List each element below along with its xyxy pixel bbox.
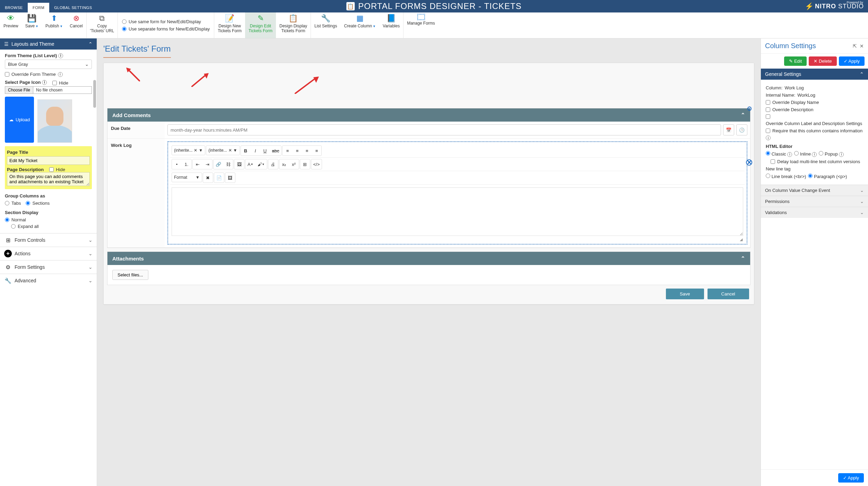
preview-button[interactable]: 👁 Preview (0, 12, 22, 38)
footer-apply-button[interactable]: ✓ Apply (838, 473, 864, 483)
edit-button[interactable]: ✎ Edit (784, 56, 807, 66)
gear-icon[interactable]: ⚙ (747, 105, 752, 113)
separate-form-radio[interactable]: Use separate forms for New/Edit/Display (122, 26, 210, 32)
tab-browse[interactable]: BROWSE (0, 3, 28, 12)
design-new-button[interactable]: 📝 Design NewTickets Form (214, 12, 245, 38)
resize-handle[interactable]: ◢ (170, 237, 745, 242)
cancel-button[interactable]: ⊗ Cancel (66, 12, 86, 38)
indent-button[interactable]: ⇥ (202, 159, 212, 169)
actions-accordion[interactable]: +Actions⌄ (0, 247, 97, 260)
normal-radio[interactable]: Normal (5, 217, 92, 223)
form-settings-accordion[interactable]: ⚙Form Settings⌄ (0, 260, 97, 274)
linebreak-radio[interactable]: Line break (<br>) (766, 174, 806, 179)
design-display-button[interactable]: 📋 Design DisplayTickets Form (276, 12, 311, 38)
strikethrough-button[interactable]: abc (270, 146, 281, 156)
advanced-accordion[interactable]: 🔧Advanced⌄ (0, 274, 97, 287)
info-icon[interactable]: i (58, 53, 63, 58)
page-title-input[interactable] (7, 156, 90, 165)
design-edit-button[interactable]: ✎ Design EditTickets Form (245, 12, 276, 38)
remove-icon[interactable]: ✕ (746, 159, 752, 166)
info-icon[interactable]: i (766, 135, 771, 140)
same-form-radio[interactable]: Use same form for New/Edit/Display (122, 18, 201, 25)
outdent-button[interactable]: ⇤ (193, 159, 202, 169)
popup-radio[interactable]: Popup i (819, 151, 844, 157)
inline-radio[interactable]: Inline i (794, 151, 817, 157)
publish-button[interactable]: ⬆ Publish▼ (42, 12, 66, 38)
form-theme-select[interactable]: Blue Gray⌄ (5, 60, 92, 69)
select-files-button[interactable]: Select files... (112, 270, 148, 280)
form-controls-accordion[interactable]: ⊞Form Controls⌄ (0, 233, 97, 247)
copy-url-button[interactable]: ⧉ Copy'Tickets' URL (87, 12, 118, 38)
upload-button[interactable]: ☁Upload (5, 97, 34, 143)
classic-radio[interactable]: Classic i (766, 151, 792, 157)
info-icon[interactable]: i (787, 152, 792, 157)
form-cancel-button[interactable]: Cancel (708, 289, 749, 299)
unlink-button[interactable]: ⛓ (223, 159, 233, 169)
list-settings-button[interactable]: 🔧 List Settings (311, 12, 340, 38)
save-button[interactable]: 💾 Save▼ (22, 12, 42, 38)
font-family-dropdown[interactable]: (inherite...✕▼ (172, 145, 205, 155)
print-button[interactable]: 🖨 (268, 159, 278, 169)
file-button[interactable]: 📄 (214, 173, 224, 183)
link-button[interactable]: 🔗 (214, 159, 223, 169)
underline-button[interactable]: U (260, 146, 270, 156)
popout-icon[interactable]: ⇱ (853, 43, 857, 49)
paragraph-radio[interactable]: Paragraph (<p>) (808, 174, 847, 179)
layouts-theme-header[interactable]: ☰ Layouts and Theme ⌃ (0, 38, 97, 50)
insert-image-button[interactable]: 🖼 (225, 173, 235, 183)
table-button[interactable]: ⊞ (300, 159, 310, 169)
image-button[interactable]: 🖼 (234, 159, 244, 169)
align-center-button[interactable]: ≡ (292, 146, 302, 156)
override-desc-checkbox[interactable]: Override Description (766, 107, 863, 112)
info-icon[interactable]: i (812, 152, 817, 157)
tabs-radio[interactable]: Tabs (5, 200, 21, 206)
info-icon[interactable]: i (42, 80, 47, 85)
add-comments-header[interactable]: Add Comments ⌃ (107, 108, 750, 122)
source-button[interactable]: </> (311, 159, 322, 169)
tab-form[interactable]: FORM (28, 3, 49, 12)
override-display-checkbox[interactable]: Override Display Name (766, 100, 863, 105)
due-date-input[interactable] (167, 124, 721, 135)
bg-color-button[interactable]: 🖌▼ (255, 159, 267, 169)
calendar-icon[interactable]: 📅 (723, 124, 734, 135)
tab-global-settings[interactable]: GLOBAL SETTINGS (49, 3, 97, 12)
italic-button[interactable]: I (251, 146, 260, 156)
unordered-list-button[interactable]: • (172, 159, 182, 169)
manage-forms-button[interactable]: Manage Forms (403, 12, 439, 38)
form-save-button[interactable]: Save (666, 289, 704, 299)
general-settings-header[interactable]: General Settings ⌃ (761, 69, 868, 80)
subscript-button[interactable]: x₂ (279, 159, 289, 169)
require-info-checkbox[interactable]: Require that this column contains inform… (766, 128, 863, 140)
choose-file-button[interactable]: Choose File (5, 86, 33, 94)
delay-load-checkbox[interactable]: Delay load multi-line text column versio… (771, 159, 863, 164)
font-size-dropdown[interactable]: (inherite...✕▼ (206, 145, 240, 155)
attachments-header[interactable]: Attachments ⌃ (107, 252, 750, 265)
ordered-list-button[interactable]: 1. (182, 159, 191, 169)
align-right-button[interactable]: ≡ (302, 146, 312, 156)
validations-header[interactable]: Validations⌄ (761, 207, 868, 218)
apply-button[interactable]: ✓ Apply (839, 56, 865, 66)
bold-button[interactable]: B (241, 146, 251, 156)
delete-button[interactable]: ✕ Delete (809, 56, 836, 66)
clear-format-button[interactable]: ✖ (203, 173, 213, 183)
editor-body[interactable] (172, 187, 743, 236)
align-justify-button[interactable]: ≡ (312, 146, 321, 156)
create-column-button[interactable]: ▦ Create Column▼ (340, 12, 379, 38)
font-color-button[interactable]: A▼ (245, 159, 255, 169)
sections-radio[interactable]: Sections (26, 200, 50, 206)
override-theme-checkbox[interactable]: Override Form Themei (5, 72, 92, 77)
align-left-button[interactable]: ≡ (283, 146, 292, 156)
hide-icon-checkbox[interactable]: Hide (52, 80, 68, 86)
info-icon[interactable]: i (58, 72, 63, 77)
expand-all-radio[interactable]: Expand all (11, 223, 92, 230)
override-label-desc-checkbox[interactable]: Override Column Label and Description Se… (766, 114, 863, 126)
format-dropdown[interactable]: Format▼ (172, 173, 202, 182)
close-icon[interactable]: ✕ (860, 43, 864, 49)
clock-icon[interactable]: 🕒 (736, 124, 747, 135)
variables-button[interactable]: 📘 Variables (379, 12, 403, 38)
scrollbar[interactable] (93, 80, 96, 108)
superscript-button[interactable]: x² (289, 159, 299, 169)
hide-desc-checkbox[interactable]: Hide (49, 167, 65, 172)
on-change-header[interactable]: On Column Value Change Event⌄ (761, 185, 868, 196)
info-icon[interactable]: i (839, 152, 844, 157)
